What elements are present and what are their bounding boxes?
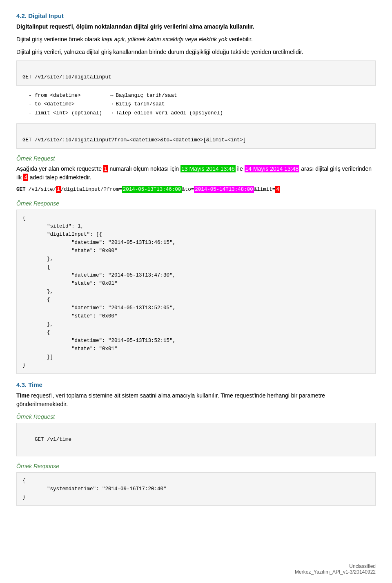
- param-to-desc: → Bitiş tarih/saat: [110, 100, 165, 109]
- get-url-date1: 2014-05-13T13:46:00: [122, 186, 182, 193]
- param-from-name: - from <datetime>: [29, 92, 110, 100]
- intro1-bold: Digitalinput request'i, ölçüm noktaların…: [16, 23, 254, 30]
- arrow-from: →: [110, 92, 114, 100]
- arrow-limit: →: [110, 109, 114, 118]
- intro2-italic-part: kapı açık, yüksek kabin sıcaklığı veya e…: [102, 36, 227, 42]
- param-from-dash: [16, 92, 29, 100]
- param-from-desc-text: Başlangıç tarih/saat: [116, 92, 177, 100]
- param-limit-name: - limit <int> (optional): [29, 109, 110, 118]
- param-limit-row: - limit <int> (optional) → Talep edilen …: [16, 109, 376, 118]
- param-from-row: - from <datetime> → Başlangıç tarih/saat: [16, 92, 376, 100]
- get-time-block: GET /v1/time: [16, 423, 376, 456]
- param-to-name: - to <datetime>: [29, 100, 110, 109]
- section43-intro-bold: Time: [16, 392, 29, 399]
- param-limit-desc-text: Talep edilen veri adedi (opsiyonel): [116, 109, 223, 118]
- footer-line1: Unclassified: [295, 563, 376, 569]
- example-num4-highlight: 4: [23, 174, 28, 181]
- get-url-template-text: GET /v1/site/:id/digitalinput?from=<date…: [22, 137, 246, 143]
- get-endpoint-text: GET /v1/site/:id/digitalinput: [22, 74, 111, 80]
- example-ile-text: ile: [236, 165, 245, 172]
- section43-intro-rest: request'i, veri toplama sistemine ait si…: [16, 392, 325, 407]
- param-to-row: - to <datetime> → Bitiş tarih/saat: [16, 100, 376, 109]
- intro-paragraph-1: Digitalinput request'i, ölçüm noktaların…: [16, 22, 376, 31]
- response-code-block-43: { "systemdatetime": "2014-09-16T17:20:40…: [16, 472, 376, 506]
- get-url-template-block: GET /v1/site/:id/digitalinput?from=<date…: [16, 123, 376, 149]
- param-to-dash: [16, 100, 29, 109]
- example-response-title-42: Örnek Response: [16, 199, 376, 208]
- footer-line2: Merkez_Yazılım_API_v1-3/20140922: [295, 569, 376, 575]
- example-date1-highlight: 13 Mayıs 2014 13:46: [180, 165, 236, 172]
- intro-paragraph-2: Dijital giriş verilerine örnek olarak ka…: [16, 35, 376, 44]
- param-limit-dash: [16, 109, 29, 118]
- example-request-title-43: Örnek Request: [16, 413, 376, 421]
- get-url-date2: 2014-05-14T13:48:00: [194, 186, 254, 193]
- example-desc-start: Aşağıda yer alan örnek request'te: [16, 165, 103, 172]
- example-desc-tail: adedi talep edilmektedir.: [28, 174, 91, 181]
- get-url-prefix: GET: [16, 187, 26, 192]
- section43-intro: Time request'i, veri toplama sistemine a…: [16, 391, 376, 409]
- get-url-andlimit: &limit=: [254, 187, 276, 192]
- intro-paragraph-3: Dijital giriş verileri, yalnızca dijital…: [16, 48, 376, 56]
- get-url-num1: 1: [56, 186, 61, 193]
- param-limit-desc: → Talep edilen veri adedi (opsiyonel): [110, 109, 223, 118]
- param-from-desc: → Başlangıç tarih/saat: [110, 92, 177, 100]
- footer: Unclassified Merkez_Yazılım_API_v1-3/201…: [295, 563, 376, 575]
- param-to-desc-text: Bitiş tarih/saat: [116, 100, 165, 109]
- response-code-block-42: { "siteId": 1, "digitalInput": [{ "datet…: [16, 210, 376, 374]
- section-42-heading: 4.2. Digital Input: [16, 12, 376, 19]
- get-url-slash: /v1/site/: [29, 187, 56, 192]
- get-url-andto: &to=: [182, 187, 194, 192]
- params-block: - from <datetime> → Başlangıç tarih/saat…: [16, 92, 376, 118]
- get-time-text: GET /v1/time: [35, 437, 71, 442]
- section-43-heading: 4.3. Time: [16, 381, 376, 388]
- example-get-url-line: GET /v1/site/1/digitalinput/?from=2014-0…: [16, 186, 376, 194]
- example-request-title-42: Örnek Request: [16, 154, 376, 163]
- arrow-to: →: [110, 100, 114, 109]
- get-endpoint-block: GET /v1/site/:id/digitalinput: [16, 60, 376, 86]
- example-request-desc: Aşağıda yer alan örnek request'te 1 numa…: [16, 165, 376, 182]
- example-response-title-43: Örnek Response: [16, 462, 376, 471]
- intro2-bold-part: Dijital giriş verilerine örnek olarak: [16, 36, 102, 42]
- intro2-rest-part: verilebilir.: [227, 36, 253, 42]
- example-date2-highlight: 14 Mayıs 2014 13:48: [245, 165, 300, 172]
- get-url-mid: /digitalinput/?from=: [61, 187, 122, 192]
- example-num1-highlight: 1: [103, 165, 108, 172]
- example-desc-mid: numaralı ölçüm noktası için: [108, 165, 180, 172]
- get-url-num4: 4: [275, 186, 280, 193]
